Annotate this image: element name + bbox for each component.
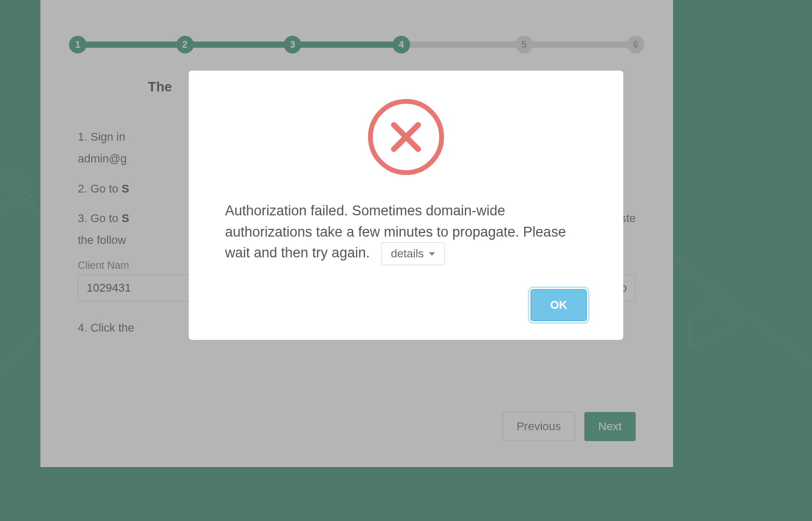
modal-overlay[interactable]: Authorization failed. Sometimes domain-w… [0, 0, 812, 521]
error-modal: Authorization failed. Sometimes domain-w… [189, 71, 623, 340]
chevron-down-icon [429, 252, 435, 256]
error-icon [225, 97, 587, 177]
modal-message: Authorization failed. Sometimes domain-w… [225, 200, 587, 265]
modal-footer: OK [225, 289, 587, 321]
details-label: details [391, 247, 424, 260]
ok-button[interactable]: OK [530, 289, 587, 321]
details-button[interactable]: details [381, 242, 445, 265]
